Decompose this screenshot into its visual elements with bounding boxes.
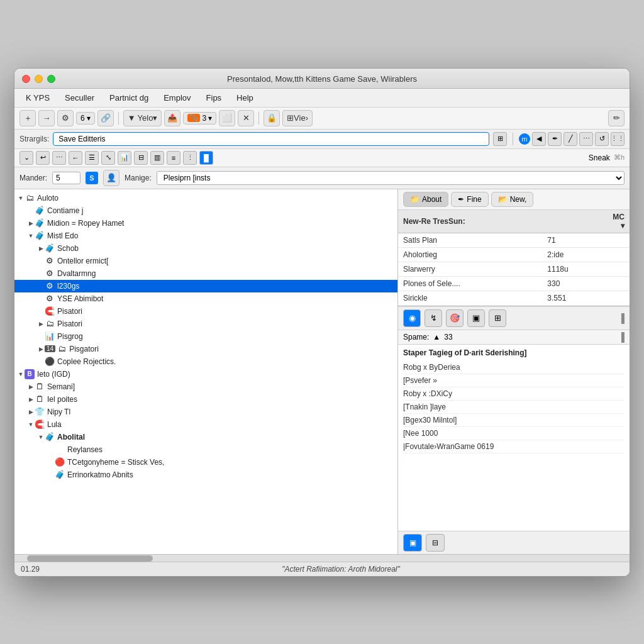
- desc-buttons: ▣ ⊟: [398, 531, 630, 554]
- blue-btn[interactable]: m: [519, 133, 530, 145]
- menu-fips[interactable]: Fips: [200, 91, 228, 104]
- count-dropdown[interactable]: 📎 3 ▾: [183, 112, 216, 125]
- strategies-input[interactable]: [53, 132, 489, 146]
- list-item[interactable]: ▶ 🗒 Semani]: [14, 380, 397, 393]
- grid-button[interactable]: ⊞: [493, 132, 507, 146]
- list-item[interactable]: ▶ 🧲 Pisatori: [14, 305, 397, 318]
- frame-button[interactable]: ⬜: [219, 110, 235, 126]
- menu-help[interactable]: Help: [230, 91, 260, 104]
- target-btn[interactable]: 🎯: [446, 309, 464, 327]
- grid-right-btn[interactable]: ⊞: [489, 309, 506, 327]
- refresh-btn[interactable]: ↺: [595, 132, 609, 146]
- arrow-btn[interactable]: ◀: [532, 132, 546, 146]
- list-item[interactable]: ▶ 🗒 Iel poites: [14, 393, 397, 406]
- list-item[interactable]: ▶ ⚙ Dvaltarmng: [14, 267, 397, 280]
- list-item[interactable]: ▶ ⚙ Ontellor ermict[: [14, 255, 397, 267]
- list-item[interactable]: ▶ 🗂 Pisatori: [14, 318, 397, 330]
- align-btn[interactable]: ▥: [150, 151, 164, 165]
- pencil-button[interactable]: ✏: [608, 110, 625, 126]
- pen2-btn[interactable]: ╱: [564, 132, 577, 146]
- b-icon: B: [25, 369, 35, 379]
- back-btn[interactable]: ←: [69, 151, 82, 165]
- more-dots-btn[interactable]: ⋯: [52, 151, 66, 165]
- tree-label: Ieto (IGD): [37, 370, 70, 379]
- list-item[interactable]: ▶ 👕 Nipy Tl: [14, 406, 397, 418]
- table-row: Aholortieg 2:ide: [398, 247, 630, 262]
- lock-button[interactable]: 🔒: [264, 110, 280, 126]
- manige-select[interactable]: Plesiprn [insts: [157, 171, 625, 185]
- list-item[interactable]: ▶ 🧳 Errinorkatmo Abnits: [14, 469, 397, 481]
- export-button[interactable]: 📤: [164, 110, 180, 126]
- mc-sort-icon[interactable]: ▾: [621, 221, 625, 230]
- link-button[interactable]: 🔗: [97, 110, 114, 126]
- split-btn[interactable]: ⊟: [134, 151, 148, 165]
- list-item[interactable]: ▶ 🧳 Schob: [14, 242, 397, 255]
- tab-new[interactable]: 📂 New,: [491, 192, 534, 207]
- add-button[interactable]: ＋: [19, 110, 36, 126]
- close-button[interactable]: [22, 75, 30, 83]
- list-btn[interactable]: ☰: [85, 151, 99, 165]
- table-row: Slarwerry 1118u: [398, 262, 630, 276]
- more-btn[interactable]: ⋮⋮: [611, 132, 625, 146]
- yelo-button[interactable]: ▼ Yelo ▾: [123, 110, 162, 126]
- circle-btn[interactable]: ◉: [403, 309, 421, 327]
- spame-scroll-indicator[interactable]: ▐: [618, 332, 625, 342]
- list-item[interactable]: ▶ 🧳 Contiame j: [14, 204, 397, 217]
- list-item[interactable]: ▼ 🧳 Mistl Edo: [14, 230, 397, 242]
- refresh-icon: ↺: [599, 135, 605, 143]
- menu-seculler[interactable]: Seculler: [58, 91, 101, 104]
- list-item[interactable]: ▶ ⚙ YSE Abimibot: [14, 292, 397, 305]
- list-item[interactable]: ▶ ⚫ Coplee Rojectics.: [14, 355, 397, 368]
- expand-arrow-icon-8: ▼: [27, 421, 35, 428]
- menu-partnict[interactable]: Partnict dg: [103, 91, 155, 104]
- maximize-button[interactable]: [47, 75, 55, 83]
- square-btn[interactable]: ▣: [467, 309, 485, 327]
- settings-button[interactable]: ⚙: [57, 110, 74, 126]
- undo-btn[interactable]: ↩: [36, 151, 50, 165]
- list-item[interactable]: ▼ 🧲 Lula: [14, 418, 397, 431]
- arrow-left-icon: ◀: [536, 135, 541, 143]
- chart-btn[interactable]: 📊: [118, 151, 131, 165]
- align3-btn[interactable]: ⋮: [183, 151, 197, 165]
- list-item[interactable]: ▶ 14 🗂 Pisgatori: [14, 343, 397, 355]
- desc-btn-1[interactable]: ▣: [403, 534, 422, 552]
- magnet-icon: 🧲: [45, 306, 55, 316]
- col-header-mc: MC ▾: [604, 210, 630, 233]
- list-item[interactable]: ▶ 🔴 TCetgonyheme = Stisck Ves,: [14, 456, 397, 469]
- tab-about[interactable]: 📁 About: [403, 192, 448, 207]
- close-x-button[interactable]: ✕: [238, 110, 254, 126]
- horizontal-scrollbar[interactable]: [14, 554, 630, 562]
- list-item[interactable]: ▼ B Ieto (IGD): [14, 368, 397, 380]
- chevron-down-icon: ▾: [87, 114, 91, 123]
- number-dropdown[interactable]: 6 ▾: [76, 112, 95, 125]
- list-item[interactable]: ▶ Reylanses: [14, 443, 397, 456]
- bold-btn[interactable]: █: [199, 151, 213, 165]
- desc-btn-2[interactable]: ⊟: [426, 534, 445, 552]
- pen-btn[interactable]: ✒: [548, 132, 562, 146]
- list-item[interactable]: ▶ 🧳 Midion = Ropey Hamet: [14, 217, 397, 230]
- list-item[interactable]: ▶ ⚙ l230gs: [14, 280, 397, 292]
- chart-right-icon: ↯: [430, 313, 437, 323]
- list-item[interactable]: ▼ 🧳 Abolital: [14, 431, 397, 443]
- chart-right-btn[interactable]: ↯: [425, 309, 442, 327]
- mander-input[interactable]: [52, 172, 80, 184]
- folder-icon-2: 🗂: [45, 319, 55, 329]
- tab-fine[interactable]: ✒ Fine: [451, 192, 488, 207]
- expand-btn[interactable]: ⤡: [101, 151, 115, 165]
- sneak-bar: ⌄ ↩ ⋯ ← ☰ ⤡ 📊 ⊟ ▥ ≡ ⋮ █ Sneak ⌘h: [14, 149, 630, 167]
- list-item[interactable]: ▶ 📊 Pisgrog: [14, 330, 397, 343]
- forward-button[interactable]: →: [38, 110, 55, 126]
- scroll-thumb[interactable]: [27, 555, 153, 562]
- menu-kyps[interactable]: K YPS: [19, 91, 56, 104]
- view-button[interactable]: ⊞ Vie›: [282, 110, 313, 126]
- align2-btn[interactable]: ≡: [167, 151, 180, 165]
- black-circle-icon: ⚫: [45, 357, 55, 367]
- arrow-down-btn[interactable]: ⌄: [19, 151, 33, 165]
- mander-icon-btn[interactable]: 👤: [103, 170, 119, 186]
- menu-emplov[interactable]: Emplov: [157, 91, 197, 104]
- right-scroll[interactable]: ▐: [618, 313, 625, 323]
- minimize-button[interactable]: [35, 75, 43, 83]
- expand-arrow-icon-5: ▶: [27, 383, 35, 391]
- list-item[interactable]: ▼ 🗂 Auloto: [14, 192, 397, 204]
- dots-btn[interactable]: ⋯: [579, 132, 593, 146]
